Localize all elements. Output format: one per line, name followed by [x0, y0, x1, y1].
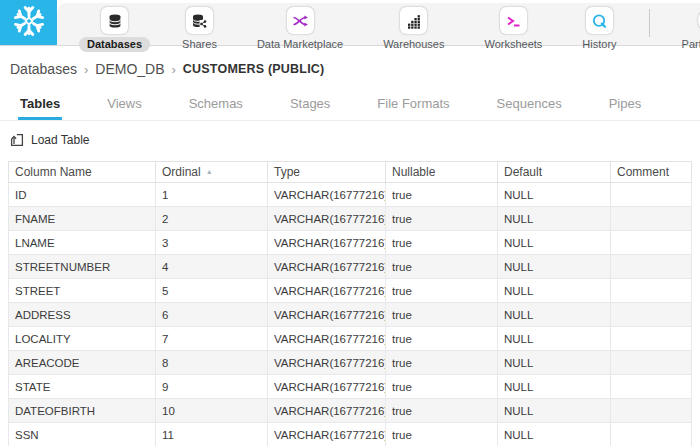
cell-nullable: true: [386, 231, 498, 255]
cell-name: FNAME: [9, 207, 156, 231]
cell-type: VARCHAR(16777216): [268, 375, 386, 399]
column-header-label: Default: [504, 165, 542, 179]
column-header-column-name[interactable]: Column Name: [9, 162, 156, 183]
nav-item-warehouses[interactable]: Warehouses: [375, 7, 452, 52]
cell-type: VARCHAR(16777216): [268, 399, 386, 423]
table-row[interactable]: ID1VARCHAR(16777216)trueNULL: [9, 183, 692, 207]
nav-item-databases[interactable]: Databases: [79, 7, 150, 52]
cell-default: NULL: [498, 183, 611, 207]
table-header-row: Column Name Ordinal▲ Type Nullable Defau…: [9, 162, 692, 183]
cell-default: NULL: [498, 375, 611, 399]
cell-type: VARCHAR(16777216): [268, 303, 386, 327]
cell-nullable: true: [386, 279, 498, 303]
cell-comment: [611, 327, 692, 351]
load-table-button[interactable]: Load Table: [10, 133, 90, 147]
tab-schemas[interactable]: Schemas: [187, 90, 245, 120]
nav-item-data-marketplace[interactable]: Data Marketplace: [249, 7, 351, 52]
main-nav: Databases Shares: [57, 3, 700, 45]
nav-label: Databases: [79, 37, 150, 52]
cell-ordinal: 8: [156, 351, 268, 375]
tab-file-formats[interactable]: File Formats: [375, 90, 451, 120]
cell-name: AREACODE: [9, 351, 156, 375]
load-table-label: Load Table: [31, 133, 90, 147]
column-header-ordinal[interactable]: Ordinal▲: [156, 162, 268, 183]
cell-nullable: true: [386, 303, 498, 327]
breadcrumb-separator: ›: [172, 62, 176, 77]
cell-comment: [611, 231, 692, 255]
cell-default: NULL: [498, 327, 611, 351]
breadcrumb: Databases › DEMO_DB › CUSTOMERS (PUBLIC): [0, 46, 700, 90]
column-header-label: Column Name: [15, 165, 92, 179]
nav-label: Data Marketplace: [249, 37, 351, 52]
tab-views[interactable]: Views: [105, 90, 143, 120]
column-header-type[interactable]: Type: [268, 162, 386, 183]
column-header-label: Nullable: [392, 165, 435, 179]
cell-ordinal: 10: [156, 399, 268, 423]
worksheets-icon: [500, 7, 527, 34]
column-header-label: Type: [274, 165, 300, 179]
cell-comment: [611, 351, 692, 375]
cell-name: DATEOFBIRTH: [9, 399, 156, 423]
tab-tables[interactable]: Tables: [18, 90, 62, 120]
cell-ordinal: 7: [156, 327, 268, 351]
table-row[interactable]: STREET5VARCHAR(16777216)trueNULL: [9, 279, 692, 303]
column-header-nullable[interactable]: Nullable: [386, 162, 498, 183]
cell-default: NULL: [498, 279, 611, 303]
cell-comment: [611, 255, 692, 279]
nav-label: Worksheets: [476, 37, 550, 52]
cell-type: VARCHAR(16777216): [268, 351, 386, 375]
table-row[interactable]: AREACODE8VARCHAR(16777216)trueNULL: [9, 351, 692, 375]
cell-name: ADDRESS: [9, 303, 156, 327]
cell-ordinal: 6: [156, 303, 268, 327]
breadcrumb-databases[interactable]: Databases: [10, 61, 77, 77]
column-header-label: Comment: [617, 165, 669, 179]
tab-pipes[interactable]: Pipes: [607, 90, 644, 120]
table-row[interactable]: SSN11VARCHAR(16777216)trueNULL: [9, 423, 692, 446]
cell-default: NULL: [498, 207, 611, 231]
table-row[interactable]: STATE9VARCHAR(16777216)trueNULL: [9, 375, 692, 399]
sort-asc-icon: ▲: [206, 168, 213, 175]
nav-divider: [649, 9, 650, 37]
history-icon: [586, 7, 613, 34]
load-table-icon: [10, 133, 24, 147]
cell-nullable: true: [386, 207, 498, 231]
cell-default: NULL: [498, 351, 611, 375]
column-header-default[interactable]: Default: [498, 162, 611, 183]
table-row[interactable]: FNAME2VARCHAR(16777216)trueNULL: [9, 207, 692, 231]
nav-item-partner-connect[interactable]: Partner Con: [674, 7, 700, 52]
warehouses-icon: [400, 7, 427, 34]
cell-name: STATE: [9, 375, 156, 399]
table-row[interactable]: DATEOFBIRTH10VARCHAR(16777216)trueNULL: [9, 399, 692, 423]
tab-sequences[interactable]: Sequences: [495, 90, 564, 120]
cell-default: NULL: [498, 399, 611, 423]
cell-type: VARCHAR(16777216): [268, 279, 386, 303]
cell-type: VARCHAR(16777216): [268, 207, 386, 231]
cell-name: ID: [9, 183, 156, 207]
nav-label: History: [574, 37, 624, 52]
snowflake-logo[interactable]: [0, 0, 57, 45]
table-row[interactable]: LNAME3VARCHAR(16777216)trueNULL: [9, 231, 692, 255]
cell-comment: [611, 375, 692, 399]
table-row[interactable]: LOCALITY7VARCHAR(16777216)trueNULL: [9, 327, 692, 351]
column-header-label: Ordinal: [162, 165, 201, 179]
cell-ordinal: 4: [156, 255, 268, 279]
breadcrumb-separator: ›: [84, 62, 88, 77]
nav-item-worksheets[interactable]: Worksheets: [476, 7, 550, 52]
cell-comment: [611, 423, 692, 446]
table-row[interactable]: STREETNUMBER4VARCHAR(16777216)trueNULL: [9, 255, 692, 279]
cell-nullable: true: [386, 327, 498, 351]
breadcrumb-demo-db[interactable]: DEMO_DB: [95, 61, 164, 77]
nav-item-shares[interactable]: Shares: [174, 7, 225, 52]
cell-name: LOCALITY: [9, 327, 156, 351]
tab-stages[interactable]: Stages: [288, 90, 332, 120]
column-header-comment[interactable]: Comment: [611, 162, 692, 183]
cell-comment: [611, 207, 692, 231]
cell-nullable: true: [386, 351, 498, 375]
cell-comment: [611, 303, 692, 327]
nav-item-history[interactable]: History: [574, 7, 624, 52]
table-row[interactable]: ADDRESS6VARCHAR(16777216)trueNULL: [9, 303, 692, 327]
data-marketplace-icon: [287, 7, 314, 34]
cell-name: STREETNUMBER: [9, 255, 156, 279]
table-toolbar: Load Table: [0, 121, 700, 161]
cell-type: VARCHAR(16777216): [268, 255, 386, 279]
